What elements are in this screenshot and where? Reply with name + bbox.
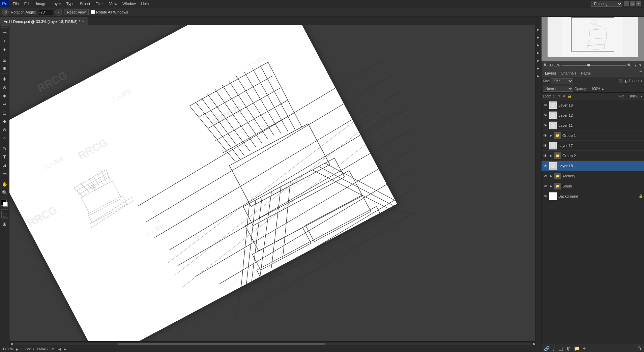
shape-tool[interactable]: ▭ [1, 170, 9, 178]
status-toggle[interactable]: ▶ [16, 348, 19, 351]
layer-visibility-group1[interactable]: 👁 [543, 133, 548, 138]
magic-wand-tool[interactable]: ✦ [1, 46, 9, 54]
filter-dropdown[interactable]: Kind Name Effect Mode Attribute Color [551, 78, 573, 84]
paintbucket-tool[interactable]: ◆ [1, 117, 9, 125]
layer-visibility-group2[interactable]: 👁 [543, 153, 548, 158]
zoom-tool[interactable]: 🔍 [1, 188, 9, 197]
scroll-left-arrow[interactable]: ◀ [10, 342, 13, 346]
window-maximize[interactable]: □ [630, 1, 635, 6]
horizontal-scrollbar[interactable]: ◀ ▶ ■ [9, 341, 541, 346]
crop-tool[interactable]: ⊡ [1, 56, 9, 64]
healing-tool[interactable]: ✚ [1, 75, 9, 83]
menu-file[interactable]: File [10, 1, 22, 6]
paths-tab[interactable]: Paths [579, 70, 593, 76]
layer-item-background[interactable]: 👁 Background 🔒 [541, 191, 644, 201]
menu-edit[interactable]: Edit [22, 1, 33, 6]
tab-close-button[interactable]: ✕ [82, 20, 85, 23]
right-icon-5[interactable]: ▶ [535, 57, 541, 64]
lock-paint-btn[interactable]: ✎ [558, 94, 561, 98]
rotation-confirm-icon[interactable]: ✓ [55, 9, 62, 16]
layer-item-layer11[interactable]: 👁 Layer 11 [541, 120, 644, 130]
opacity-arrow-up[interactable]: ▲ [602, 87, 604, 90]
layer-item-layer12[interactable]: 👁 Layer 12 [541, 110, 644, 120]
menu-window[interactable]: Window [120, 1, 138, 6]
layer-visibility-smith[interactable]: 👁 [543, 184, 548, 188]
path-selection-tool[interactable]: ⊿ [1, 161, 9, 169]
panel-collapse-up[interactable]: ▲ [634, 63, 637, 67]
quick-mask-tool[interactable]: ⬚ [1, 211, 8, 217]
filter-toggle[interactable]: ● [640, 79, 643, 83]
layer-fx-btn[interactable]: ƒ [552, 346, 556, 351]
layer-visibility-layer16[interactable]: 👁 [543, 103, 548, 108]
right-icon-3[interactable]: ▶ [535, 41, 541, 49]
layer-adjustment-btn[interactable]: ◐ [565, 346, 572, 351]
history-tool[interactable]: ↩ [1, 100, 9, 108]
layer-visibility-layer11[interactable]: 👁 [543, 123, 548, 128]
window-close[interactable]: ✕ [636, 1, 641, 6]
menu-help[interactable]: Help [138, 1, 151, 6]
layer-expand-archery[interactable]: ▶ [549, 174, 553, 178]
layer-item-group1[interactable]: 👁 ▶ 📁 Group 1 [541, 130, 644, 141]
layers-panel-menu[interactable]: ☰ [639, 71, 643, 75]
blur-tool[interactable]: ⊙ [1, 125, 9, 134]
menu-image[interactable]: Image [33, 1, 49, 6]
menu-type[interactable]: Type [64, 1, 77, 6]
workspace-dropdown[interactable]: Painting Essentials Photography [591, 1, 622, 7]
right-icon-1[interactable]: ▶ [535, 26, 541, 33]
layer-link-btn[interactable]: 🔗 [543, 346, 551, 351]
layer-item-layer17[interactable]: 👁 Layer 17 [541, 141, 644, 151]
screen-mode-tool[interactable]: ⊞ [1, 220, 9, 228]
layer-expand-smith[interactable]: ▶ [549, 184, 553, 188]
dodge-tool[interactable]: ○ [1, 134, 9, 142]
status-nav-left[interactable]: ◀ [58, 347, 61, 351]
filter-shape-icon[interactable]: ▭ [632, 79, 635, 83]
lasso-tool[interactable]: ⌖ [1, 37, 9, 45]
brush-tool[interactable]: ⊘ [1, 83, 9, 91]
pen-tool[interactable]: ✎ [1, 144, 9, 152]
filter-smart-icon[interactable]: ⊙ [636, 79, 639, 83]
menu-select[interactable]: Select [77, 1, 93, 6]
eraser-tool[interactable]: ◻ [1, 109, 9, 117]
menu-filter[interactable]: Filter [93, 1, 106, 6]
layer-expand-group2[interactable]: ▶ [549, 154, 553, 158]
layer-delete-btn[interactable]: 🗑 [636, 346, 643, 351]
background-color[interactable] [3, 202, 8, 207]
layer-item-smith[interactable]: 👁 ▶ 📁 Smith [541, 181, 644, 191]
layer-visibility-layer17[interactable]: 👁 [543, 143, 548, 148]
layer-item-archery[interactable]: 👁 ▶ 📁 Archery [541, 171, 644, 181]
window-minimize[interactable]: – [624, 1, 629, 6]
rotation-icon[interactable]: ↺ [2, 9, 9, 16]
filter-pixel-icon[interactable]: ⬛ [619, 79, 623, 83]
filter-type-icon[interactable]: T [629, 79, 631, 83]
rotation-value-input[interactable] [38, 9, 53, 15]
layer-visibility-archery[interactable]: 👁 [543, 174, 548, 178]
right-icon-6[interactable]: ▶ [535, 64, 541, 72]
right-icon-4[interactable]: ▶ [535, 49, 541, 56]
hand-tool[interactable]: ✋ [1, 180, 9, 188]
layer-visibility-layer12[interactable]: 👁 [543, 113, 548, 118]
eyedropper-tool[interactable]: ⁜ [1, 64, 9, 72]
layer-item-group2[interactable]: 👁 ▶ 📁 Group 2 [541, 151, 644, 161]
filter-adjust-icon[interactable]: ◐ [624, 79, 628, 83]
layer-item-layer16[interactable]: 👁 Layer 16 [541, 100, 644, 110]
clone-tool[interactable]: ⊕ [1, 92, 9, 100]
type-tool[interactable]: T [1, 153, 9, 161]
layer-group-btn[interactable]: 📁 [573, 346, 581, 351]
canvas-wrapper[interactable]: RRCG RRCG RRCG RRCG RRCG 人人素材 大八素材 人人素材 … [9, 25, 541, 346]
layer-mask-btn[interactable]: ⬚ [558, 346, 564, 351]
layer-visibility-background[interactable]: 👁 [543, 194, 548, 199]
lock-transparent-btn[interactable]: ⬚ [553, 94, 556, 98]
menu-view[interactable]: View [107, 1, 120, 6]
channels-tab[interactable]: Channels [559, 70, 578, 76]
right-icon-7[interactable]: ▶ [535, 72, 541, 80]
layer-visibility-layer18[interactable]: 👁 [543, 164, 548, 168]
zoom-out-icon[interactable]: 🔍 [544, 63, 548, 67]
fill-arrow-up[interactable]: ▲ [640, 95, 643, 98]
right-icon-2[interactable]: ▶ [535, 33, 541, 41]
document-tab[interactable]: Archi Demo.psd @ 33.3% (Layer 18, RGB/8)… [0, 18, 88, 25]
foreground-color[interactable] [1, 200, 7, 206]
zoom-slider[interactable] [562, 65, 626, 66]
reset-view-button[interactable]: Reset View [64, 9, 89, 15]
blend-mode-dropdown[interactable]: Normal Multiply Screen Overlay [543, 86, 573, 92]
rotate-all-checkbox[interactable] [91, 10, 95, 14]
